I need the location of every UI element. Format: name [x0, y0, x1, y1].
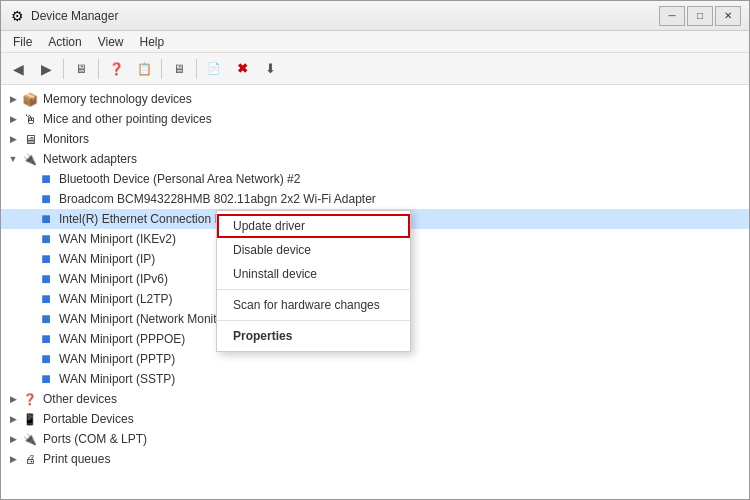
close-button[interactable]: ✕	[715, 6, 741, 26]
wan-ikev2-icon: ■	[37, 231, 55, 247]
tree-item-memory[interactable]: ▶ 📦 Memory technology devices	[1, 89, 749, 109]
broadcom-icon: ■	[37, 191, 55, 207]
tree-label-bluetooth: Bluetooth Device (Personal Area Network)…	[59, 172, 300, 186]
expand-icon-memory: ▶	[5, 91, 21, 107]
expand-icon-other: ▶	[5, 391, 21, 407]
tree-item-monitors[interactable]: ▶ 🖥 Monitors	[1, 129, 749, 149]
expand-spacer-wan-pppoe	[21, 331, 37, 347]
expand-icon-portable: ▶	[5, 411, 21, 427]
tree-label-memory: Memory technology devices	[43, 92, 192, 106]
ctx-disable-device[interactable]: Disable device	[217, 238, 410, 262]
tree-label-monitors: Monitors	[43, 132, 89, 146]
mice-icon: 🖱	[21, 111, 39, 127]
wan-l2tp-icon: ■	[37, 291, 55, 307]
wan-sstp-icon: ■	[37, 371, 55, 387]
tree-label-wan-l2tp: WAN Miniport (L2TP)	[59, 292, 173, 306]
expand-spacer-wan-ikev2	[21, 231, 37, 247]
scan-button[interactable]: 📋	[131, 57, 157, 81]
tree-item-portable[interactable]: ▶ 📱 Portable Devices	[1, 409, 749, 429]
toolbar-sep-3	[161, 59, 162, 79]
wan-ip-icon: ■	[37, 251, 55, 267]
bluetooth-icon: ■	[37, 171, 55, 187]
expand-icon-ports: ▶	[5, 431, 21, 447]
tree-label-print: Print queues	[43, 452, 110, 466]
tree-label-network-adapters: Network adapters	[43, 152, 137, 166]
toolbar-sep-1	[63, 59, 64, 79]
intel-icon: ■	[37, 211, 55, 227]
title-bar-text: Device Manager	[31, 9, 118, 23]
back-button[interactable]: ◀	[5, 57, 31, 81]
tree-label-wan-sstp: WAN Miniport (SSTP)	[59, 372, 175, 386]
network-adapters-icon: 🔌	[21, 151, 39, 167]
minimize-button[interactable]: ─	[659, 6, 685, 26]
tree-label-ports: Ports (COM & LPT)	[43, 432, 147, 446]
tree-item-other[interactable]: ▶ ❓ Other devices	[1, 389, 749, 409]
tree-label-wan-pptp: WAN Miniport (PPTP)	[59, 352, 175, 366]
forward-button[interactable]: ▶	[33, 57, 59, 81]
expand-spacer-wan-l2tp	[21, 291, 37, 307]
expand-icon-network: ▼	[5, 151, 21, 167]
expand-spacer-wan-pptp	[21, 351, 37, 367]
tree-item-wan-sstp[interactable]: ■ WAN Miniport (SSTP)	[1, 369, 749, 389]
remove-button[interactable]: ✖	[229, 57, 255, 81]
help-button[interactable]: ❓	[103, 57, 129, 81]
ctx-uninstall-device[interactable]: Uninstall device	[217, 262, 410, 286]
ctx-update-driver[interactable]: Update driver	[217, 214, 410, 238]
ctx-scan-hardware[interactable]: Scan for hardware changes	[217, 293, 410, 317]
tree-label-wan-pppoe: WAN Miniport (PPPOE)	[59, 332, 185, 346]
main-content: ▶ 📦 Memory technology devices ▶ 🖱 Mice a…	[1, 85, 749, 499]
ports-icon: 🔌	[21, 431, 39, 447]
tree-label-portable: Portable Devices	[43, 412, 134, 426]
properties-button[interactable]: 📄	[201, 57, 227, 81]
tree-label-wan-ikev2: WAN Miniport (IKEv2)	[59, 232, 176, 246]
menu-view[interactable]: View	[90, 31, 132, 52]
tree-item-broadcom[interactable]: ■ Broadcom BCM943228HMB 802.11abgn 2x2 W…	[1, 189, 749, 209]
title-bar-icon: ⚙	[9, 8, 25, 24]
other-devices-icon: ❓	[21, 391, 39, 407]
maximize-button[interactable]: □	[687, 6, 713, 26]
tree-label-other: Other devices	[43, 392, 117, 406]
ctx-separator-1	[217, 289, 410, 290]
print-queues-icon: 🖨	[21, 451, 39, 467]
expand-spacer-wan-network	[21, 311, 37, 327]
tree-label-wan-ip: WAN Miniport (IP)	[59, 252, 155, 266]
menu-help[interactable]: Help	[132, 31, 173, 52]
expand-icon-print: ▶	[5, 451, 21, 467]
expand-spacer-wan-ip	[21, 251, 37, 267]
memory-icon: 📦	[21, 91, 39, 107]
tree-label-wan-network: WAN Miniport (Network Monitor)	[59, 312, 231, 326]
window-controls: ─ □ ✕	[659, 6, 741, 26]
tree-label-broadcom: Broadcom BCM943228HMB 802.11abgn 2x2 Wi-…	[59, 192, 376, 206]
expand-spacer-wan-ipv6	[21, 271, 37, 287]
tree-label-wan-ipv6: WAN Miniport (IPv6)	[59, 272, 168, 286]
menu-file[interactable]: File	[5, 31, 40, 52]
tree-item-mice[interactable]: ▶ 🖱 Mice and other pointing devices	[1, 109, 749, 129]
display-button[interactable]: 🖥	[166, 57, 192, 81]
wan-pptp-icon: ■	[37, 351, 55, 367]
tree-item-wan-pptp[interactable]: ■ WAN Miniport (PPTP)	[1, 349, 749, 369]
menu-bar: File Action View Help	[1, 31, 749, 53]
wan-ipv6-icon: ■	[37, 271, 55, 287]
ctx-properties[interactable]: Properties	[217, 324, 410, 348]
expand-icon-mice: ▶	[5, 111, 21, 127]
tree-item-network-adapters[interactable]: ▼ 🔌 Network adapters	[1, 149, 749, 169]
wan-network-icon: ■	[37, 311, 55, 327]
toolbar: ◀ ▶ 🖥 ❓ 📋 🖥 📄 ✖ ⬇	[1, 53, 749, 85]
title-bar: ⚙ Device Manager ─ □ ✕	[1, 1, 749, 31]
expand-spacer-bluetooth	[21, 171, 37, 187]
tree-item-ports[interactable]: ▶ 🔌 Ports (COM & LPT)	[1, 429, 749, 449]
toolbar-sep-4	[196, 59, 197, 79]
device-manager-window: ⚙ Device Manager ─ □ ✕ File Action View …	[0, 0, 750, 500]
wan-pppoe-icon: ■	[37, 331, 55, 347]
expand-icon-monitors: ▶	[5, 131, 21, 147]
computer-button[interactable]: 🖥	[68, 57, 94, 81]
tree-item-bluetooth[interactable]: ■ Bluetooth Device (Personal Area Networ…	[1, 169, 749, 189]
portable-devices-icon: 📱	[21, 411, 39, 427]
tree-label-mice: Mice and other pointing devices	[43, 112, 212, 126]
update-button[interactable]: ⬇	[257, 57, 283, 81]
expand-spacer-wan-sstp	[21, 371, 37, 387]
menu-action[interactable]: Action	[40, 31, 89, 52]
expand-spacer-intel	[21, 211, 37, 227]
tree-item-print[interactable]: ▶ 🖨 Print queues	[1, 449, 749, 469]
toolbar-sep-2	[98, 59, 99, 79]
